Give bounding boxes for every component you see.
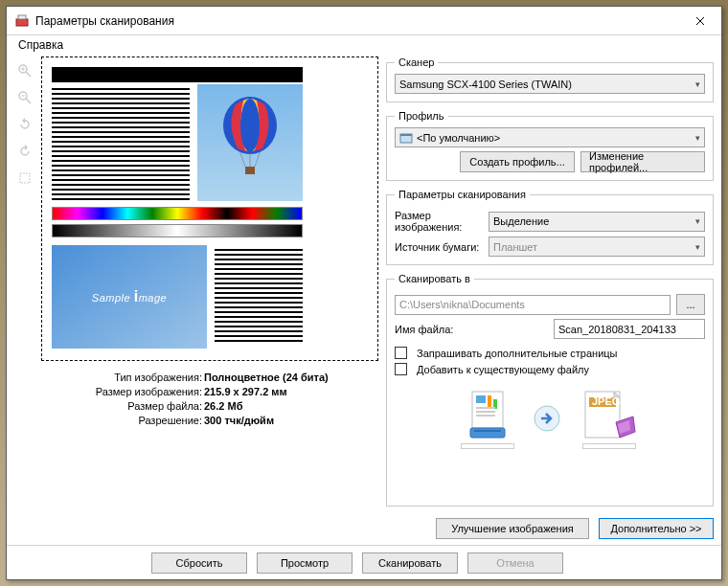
info-type-label: Тип изображения: [60,371,204,385]
advanced-row: Улучшение изображения Дополнительно >> [386,514,714,541]
info-type-value: Полноцветное (24 бита) [204,371,329,385]
enhance-button[interactable]: Улучшение изображения [436,518,589,539]
svg-rect-9 [20,173,30,183]
edit-profile-button[interactable]: Изменение профилей... [580,151,705,172]
info-res-value: 300 тчк/дюйм [204,414,274,428]
svg-rect-23 [476,411,495,413]
sample-image-text: Sample image [92,288,167,305]
menu-help[interactable]: Справка [12,36,69,54]
left-pane: Sample image Тип изображения:Полноцветно… [14,56,378,541]
reset-button[interactable]: Сбросить [151,552,247,574]
svg-rect-19 [476,395,486,403]
scanner-group: Сканер Samsung SCX-4100 Series (TWAIN) ▾ [386,56,714,102]
jpeg-file-icon: JPEG [580,388,639,441]
title-bar: Параметры сканирования [7,7,721,35]
filename-input[interactable] [554,319,705,339]
tool-column [14,56,41,541]
preview-column: Sample image Тип изображения:Полноцветно… [41,56,378,541]
footer: Сбросить Просмотр Сканировать Отмена [7,545,721,579]
crop-icon[interactable] [14,168,35,189]
svg-rect-24 [476,415,495,417]
image-info: Тип изображения:Полноцветное (24 бита) Р… [41,371,378,428]
svg-rect-26 [474,430,501,432]
svg-line-3 [26,72,31,77]
filename-label: Имя файла: [395,324,548,335]
chevron-down-icon: ▾ [695,216,700,226]
profile-group: Профиль <По умолчанию> ▾ Создать профиль… [386,110,714,181]
paper-source-label: Источник бумаги: [395,241,483,253]
scan-params-group: Параметры сканирования Размер изображени… [386,189,714,265]
svg-rect-25 [470,428,505,438]
ask-pages-checkbox[interactable] [395,347,407,359]
window-title: Параметры сканирования [35,14,678,28]
scan-path-field: C:\Users\nikna\Documents [395,295,671,315]
paper-source-select: Планшет ▾ [489,237,705,257]
svg-line-7 [26,99,31,103]
svg-point-11 [240,99,260,152]
svg-text:JPEG: JPEG [592,395,620,407]
append-file-label: Добавить к существующему файлу [417,364,589,375]
rotate-right-icon[interactable] [14,141,35,162]
cancel-button: Отмена [467,552,563,574]
info-filesize-value: 26.2 Мб [204,399,242,414]
scanner-select[interactable]: Samsung SCX-4100 Series (TWAIN) ▾ [395,74,705,94]
info-size-label: Размер изображения: [60,385,204,399]
chevron-down-icon: ▾ [695,242,700,252]
scan-params-legend: Параметры сканирования [395,189,530,200]
svg-rect-17 [400,134,412,136]
app-icon [14,13,30,29]
preview-image: Sample image [46,61,374,356]
profile-legend: Профиль [395,110,448,122]
scanner-document-icon [461,388,514,441]
info-size-value: 215.9 x 297.2 мм [204,385,287,399]
scan-button[interactable]: Сканировать [362,552,458,574]
ask-pages-label: Запрашивать дополнительные страницы [417,348,618,359]
profile-select[interactable]: <По умолчанию> ▾ [395,127,705,147]
svg-rect-22 [476,407,495,409]
profile-icon [399,131,413,145]
image-size-label: Размер изображения: [395,210,483,233]
advanced-button[interactable]: Дополнительно >> [599,518,714,539]
preview-button[interactable]: Просмотр [257,552,353,574]
content-area: Sample image Тип изображения:Полноцветно… [7,55,721,545]
dialog-window: Параметры сканирования Справка [6,6,722,580]
svg-rect-0 [16,19,28,26]
svg-rect-1 [18,15,26,19]
zoom-in-icon[interactable] [14,60,35,81]
create-profile-button[interactable]: Создать профиль... [460,151,575,172]
browse-button[interactable]: ... [676,294,705,315]
info-res-label: Разрешение: [60,414,204,428]
chevron-down-icon: ▾ [695,79,700,89]
scan-to-group: Сканировать в C:\Users\nikna\Documents .… [386,273,714,507]
chevron-down-icon: ▾ [695,133,700,143]
image-size-select[interactable]: Выделение ▾ [489,212,705,232]
close-button[interactable] [678,7,721,34]
preview-area[interactable]: Sample image [41,56,378,361]
scan-to-legend: Сканировать в [395,273,474,284]
arrow-right-icon [534,405,560,432]
info-filesize-label: Размер файла: [60,399,204,414]
menu-bar: Справка [7,35,721,55]
append-file-checkbox[interactable] [395,363,407,375]
right-pane: Сканер Samsung SCX-4100 Series (TWAIN) ▾… [386,56,714,541]
svg-rect-15 [245,167,255,174]
zoom-out-icon[interactable] [14,87,35,108]
rotate-left-icon[interactable] [14,114,35,135]
process-diagram: JPEG [395,375,705,462]
scanner-legend: Сканер [395,56,438,68]
svg-rect-20 [488,395,491,409]
